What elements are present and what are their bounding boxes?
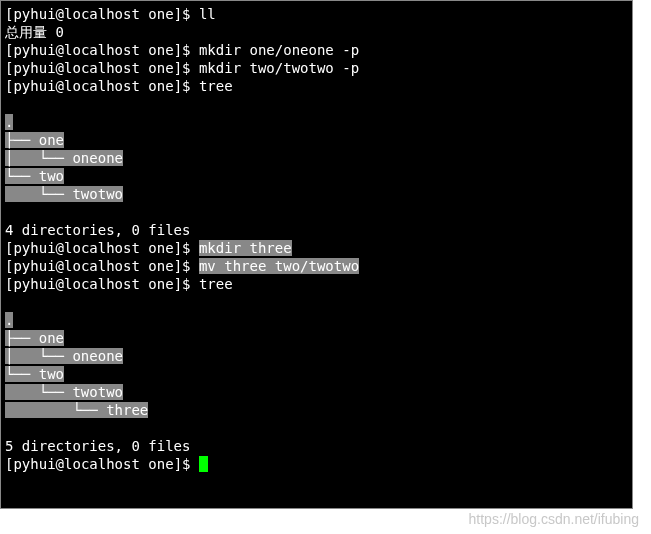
tree-output: └── two (5, 365, 628, 383)
tree-output: └── twotwo (5, 185, 628, 203)
prompt-text: [pyhui@localhost one]$ (5, 42, 199, 58)
prompt-line: [pyhui@localhost one]$ mkdir three (5, 239, 628, 257)
prompt-text: [pyhui@localhost one]$ (5, 276, 199, 292)
prompt-line: [pyhui@localhost one]$ mv three two/twot… (5, 257, 628, 275)
terminal-window[interactable]: [pyhui@localhost one]$ ll 总用量 0 [pyhui@l… (0, 0, 633, 509)
command-text: mv three two/twotwo (199, 258, 359, 274)
blank-line (5, 95, 628, 113)
tree-output: └── twotwo (5, 383, 628, 401)
output-line: 4 directories, 0 files (5, 221, 628, 239)
prompt-text: [pyhui@localhost one]$ (5, 258, 199, 274)
output-line: 5 directories, 0 files (5, 437, 628, 455)
command-text: mkdir two/twotwo -p (199, 60, 359, 76)
prompt-text: [pyhui@localhost one]$ (5, 78, 199, 94)
tree-output: └── three (5, 401, 628, 419)
cursor-icon (199, 456, 208, 472)
prompt-text: [pyhui@localhost one]$ (5, 60, 199, 76)
prompt-text: [pyhui@localhost one]$ (5, 456, 199, 472)
prompt-line: [pyhui@localhost one]$ ll (5, 5, 628, 23)
prompt-line: [pyhui@localhost one]$ mkdir two/twotwo … (5, 59, 628, 77)
command-text: mkdir three (199, 240, 292, 256)
tree-output: ├── one (5, 131, 628, 149)
tree-output: ├── one (5, 329, 628, 347)
prompt-line: [pyhui@localhost one]$ tree (5, 77, 628, 95)
prompt-line: [pyhui@localhost one]$ mkdir one/oneone … (5, 41, 628, 59)
prompt-line-active[interactable]: [pyhui@localhost one]$ (5, 455, 628, 473)
prompt-text: [pyhui@localhost one]$ (5, 240, 199, 256)
prompt-text: [pyhui@localhost one]$ (5, 6, 199, 22)
tree-output: └── two (5, 167, 628, 185)
tree-output: . (5, 113, 628, 131)
tree-output: . (5, 311, 628, 329)
blank-line (5, 293, 628, 311)
command-text: ll (199, 6, 216, 22)
command-text: mkdir one/oneone -p (199, 42, 359, 58)
command-text: tree (199, 276, 233, 292)
tree-output: │ └── oneone (5, 347, 628, 365)
command-text: tree (199, 78, 233, 94)
prompt-line: [pyhui@localhost one]$ tree (5, 275, 628, 293)
blank-line (5, 203, 628, 221)
output-line: 总用量 0 (5, 23, 628, 41)
blank-line (5, 419, 628, 437)
tree-output: │ └── oneone (5, 149, 628, 167)
watermark-text: https://blog.csdn.net/ifubing (469, 510, 639, 528)
